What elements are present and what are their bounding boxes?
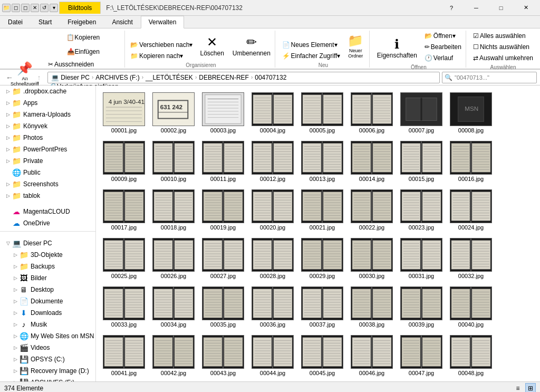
sidebar-item-videos[interactable]: ▷ 🎬 Videos	[0, 342, 95, 353]
up-button[interactable]: ↑	[33, 71, 45, 84]
btn-properties[interactable]: ℹ Eigenschaften	[373, 33, 421, 63]
sidebar-item-desktop[interactable]: ▷ 🖥 Desktop	[0, 284, 95, 295]
sidebar-item-websitesmsn[interactable]: ▷ 🌐 My Web Sites on MSN	[0, 330, 95, 342]
tab-start[interactable]: Start	[31, 16, 60, 28]
list-item[interactable]: 00012.jpg	[249, 138, 296, 185]
back-button[interactable]: ←	[3, 71, 16, 84]
list-item[interactable]: 00022.jpg	[348, 187, 396, 233]
sidebar-item-magenta[interactable]: ☁ MagentaCLOUD	[0, 206, 95, 217]
sidebar-item-dropbox[interactable]: ▷ 📁 .dropbox.cache	[0, 85, 95, 97]
list-item[interactable]: 00006.jpg	[348, 90, 396, 136]
sidebar-item-apps[interactable]: ▷ 📁 Apps	[0, 97, 95, 109]
forward-button[interactable]: →	[18, 71, 31, 84]
list-item[interactable]: 00045.jpg	[298, 332, 346, 379]
sidebar-item-3dobjects[interactable]: ▷ 📁 3D-Objekte	[0, 249, 95, 261]
sidebar-item-photos[interactable]: ▷ 📁 Photos	[0, 132, 95, 144]
list-item[interactable]: 00028.jpg	[249, 235, 296, 282]
sidebar-item-thispc[interactable]: ▽ 💻 Dieser PC	[0, 237, 95, 249]
btn-copy-to[interactable]: 📁 Kopieren nach▾	[128, 51, 195, 61]
path-folder[interactable]: 004707132	[255, 74, 286, 81]
sidebar-item-tablok[interactable]: ▷ 📁 tablok	[0, 190, 95, 202]
sidebar-item-private[interactable]: ▷ 📁 Private	[0, 155, 95, 167]
list-item[interactable]: 00046.jpg	[348, 332, 396, 379]
list-item[interactable]: 00042.jpg	[150, 332, 197, 379]
tab-datei[interactable]: Datei	[0, 16, 31, 28]
list-item[interactable]: 00003.jpg	[199, 90, 247, 136]
list-item[interactable]: 00011.jpg	[199, 138, 247, 185]
list-item[interactable]: 00023.jpg	[398, 187, 445, 233]
list-item[interactable]: 00033.jpg	[100, 284, 148, 330]
sidebar-item-dokumente[interactable]: ▷ 📄 Dokumente	[0, 295, 95, 307]
help-button[interactable]: ?	[439, 0, 464, 16]
sidebar-item-backups[interactable]: ▷ 📁 Backups	[0, 261, 95, 272]
sidebar-item-downloads[interactable]: ▷ ⬇ Downloads	[0, 307, 95, 319]
btn-new-item[interactable]: 📄 Neues Element▾	[279, 40, 343, 50]
btn-copy[interactable]: 📋 Kopieren	[45, 31, 121, 44]
sidebar-item-public[interactable]: 🌐 Public	[0, 167, 95, 178]
btn-history[interactable]: 🕐 Verlauf	[422, 53, 464, 63]
btn-invert-select[interactable]: ⇄ Auswahl umkehren	[470, 53, 536, 63]
btn-edit[interactable]: ✏ Bearbeiten	[422, 42, 464, 52]
sidebar-item-powerpoint[interactable]: ▷ 📁 PowerPontPres	[0, 144, 95, 155]
list-item[interactable]: 00035.jpg	[199, 284, 247, 330]
sidebar-item-konyvek[interactable]: ▷ 📁 Könyvek	[0, 120, 95, 132]
list-item[interactable]: 00031.jpg	[398, 235, 445, 282]
list-item[interactable]: 00013.jpg	[298, 138, 346, 185]
list-item[interactable]: 00025.jpg	[100, 235, 148, 282]
list-item[interactable]: 00040.jpg	[447, 284, 495, 330]
sidebar-item-screenshots[interactable]: ▷ 📁 Screenshots	[0, 178, 95, 190]
btn-open[interactable]: 📂 Öffnen▾	[422, 31, 464, 41]
maximize-button[interactable]: □	[489, 0, 513, 16]
minimize-button[interactable]: ─	[464, 0, 488, 16]
path-pc[interactable]: 💻 Dieser PC	[51, 74, 90, 81]
btn-cut[interactable]: ✂ Ausschneiden	[45, 59, 121, 70]
btn-delete[interactable]: ✕ Löschen	[196, 31, 227, 61]
search-box[interactable]: 🔍	[442, 72, 537, 83]
tab-verwalten[interactable]: Verwalten	[141, 16, 185, 28]
list-item[interactable]: 00030.jpg	[348, 235, 396, 282]
sidebar-item-kamera[interactable]: ▷ 📁 Kamera-Uploads	[0, 109, 95, 120]
search-input[interactable]	[455, 74, 534, 81]
path-debrecen[interactable]: DEBRECEN-REF	[199, 74, 249, 81]
ribbon-active-tab[interactable]: Bildtools	[59, 2, 101, 14]
list-item[interactable]: MSN 00008.jpg	[447, 90, 495, 136]
tab-freigeben[interactable]: Freigeben	[60, 16, 104, 28]
list-item[interactable]: 00009.jpg	[100, 138, 148, 185]
quick-access-btn5[interactable]: ▾	[50, 4, 58, 12]
list-item[interactable]: 00029.jpg	[298, 235, 346, 282]
sidebar-item-recovery[interactable]: ▷ 💾 Recovery Image (D:)	[0, 365, 95, 377]
btn-select-all[interactable]: ☑ Alles auswählen	[470, 31, 536, 41]
btn-paste[interactable]: 📥 Einfügen	[45, 45, 121, 59]
tab-ansicht[interactable]: Ansicht	[104, 16, 140, 28]
list-item[interactable]: 00010.jpg	[150, 138, 197, 185]
list-item[interactable]: 00017.jpg	[100, 187, 148, 233]
list-item[interactable]: 4 jun 3/40-41 00001.jpg	[100, 90, 148, 136]
list-item[interactable]: 00036.jpg	[249, 284, 296, 330]
list-item[interactable]: 00020.jpg	[249, 187, 296, 233]
address-path[interactable]: 💻 Dieser PC › ARCHIVES (F:) › __LETÖLTÉS…	[47, 72, 440, 83]
list-item[interactable]: 00004.jpg	[249, 90, 296, 136]
btn-rename[interactable]: ✏ Umbenennen	[229, 31, 274, 61]
list-item[interactable]: 00038.jpg	[348, 284, 396, 330]
list-item[interactable]: 00024.jpg	[447, 187, 495, 233]
list-item[interactable]: 00048.jpg	[447, 332, 495, 379]
sidebar-item-bilder[interactable]: ▷ 🖼 Bilder	[0, 272, 95, 284]
list-item[interactable]: 00007.jpg	[398, 90, 445, 136]
list-item[interactable]: 00039.jpg	[398, 284, 445, 330]
btn-move[interactable]: 📂 Verschieben nach▾	[128, 40, 195, 50]
list-item[interactable]: 00041.jpg	[100, 332, 148, 379]
quick-access-btn4[interactable]: ↺	[40, 4, 49, 12]
list-item[interactable]: 00034.jpg	[150, 284, 197, 330]
list-item[interactable]: 00047.jpg	[398, 332, 445, 379]
sidebar-item-opsys[interactable]: ▷ 💾 OPSYS (C:)	[0, 353, 95, 365]
close-button[interactable]: ✕	[514, 0, 538, 16]
quick-access-btn1[interactable]: ◻	[12, 4, 20, 12]
list-item[interactable]: 00016.jpg	[447, 138, 495, 185]
quick-access-btn2[interactable]: ◻	[21, 4, 30, 12]
quick-access-btn3[interactable]: ✕	[31, 4, 39, 12]
list-item[interactable]: 00026.jpg	[150, 235, 197, 282]
btn-new-folder[interactable]: 📁 NeuerOrdner	[344, 31, 367, 61]
file-content-area[interactable]: 4 jun 3/40-41 00001.jpg 631 242 00002.jp…	[96, 85, 540, 381]
list-item[interactable]: 00032.jpg	[447, 235, 495, 282]
sidebar-item-onedrive[interactable]: ☁ OneDrive	[0, 217, 95, 229]
